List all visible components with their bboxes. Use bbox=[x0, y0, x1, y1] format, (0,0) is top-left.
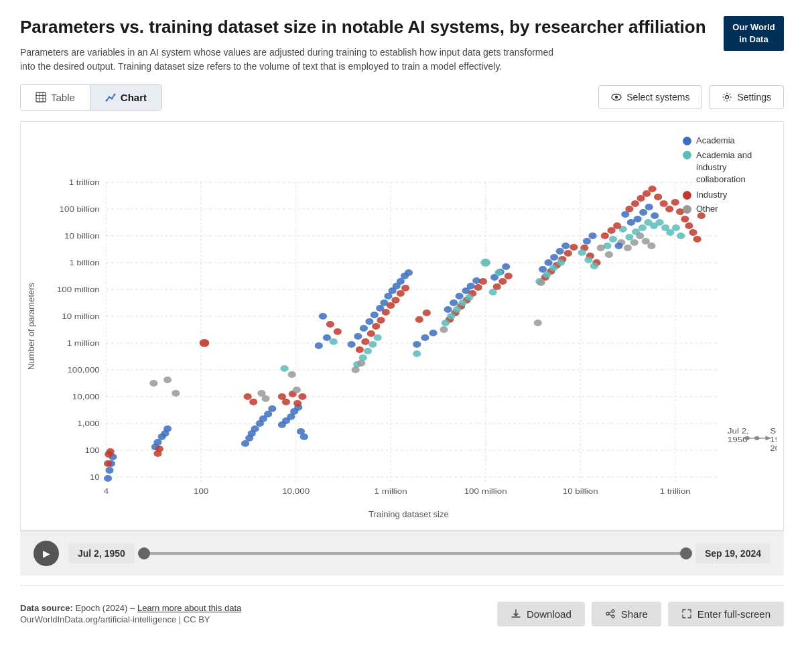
svg-point-62 bbox=[149, 380, 157, 387]
svg-point-235 bbox=[480, 259, 490, 267]
svg-point-115 bbox=[397, 290, 405, 297]
svg-point-206 bbox=[502, 263, 510, 270]
svg-point-234 bbox=[605, 251, 613, 258]
svg-point-172 bbox=[689, 229, 697, 236]
footer-left: Data source: Epoch (2024) – Learn more a… bbox=[20, 603, 241, 624]
svg-text:1,000: 1,000 bbox=[77, 419, 100, 428]
page-title: Parameters vs. training dataset size in … bbox=[20, 16, 724, 39]
svg-point-8 bbox=[113, 94, 115, 96]
svg-point-230 bbox=[613, 222, 621, 229]
download-label: Download bbox=[527, 608, 572, 620]
svg-text:10 billion: 10 billion bbox=[563, 487, 598, 496]
svg-point-166 bbox=[660, 200, 668, 207]
svg-point-116 bbox=[401, 285, 409, 291]
footer-url: OurWorldInData.org/artificial-intelligen… bbox=[20, 614, 241, 624]
svg-point-63 bbox=[163, 377, 172, 383]
table-tab-label: Table bbox=[51, 92, 75, 103]
svg-point-219 bbox=[588, 232, 596, 239]
settings-button[interactable]: Settings bbox=[709, 85, 784, 109]
industry-dot bbox=[683, 191, 691, 200]
legend-academia-industry: Academia and industry collaboration bbox=[683, 149, 770, 186]
timeline-slider[interactable] bbox=[144, 552, 686, 555]
svg-text:100,000: 100,000 bbox=[67, 366, 100, 375]
svg-point-245 bbox=[612, 610, 614, 612]
share-icon bbox=[605, 608, 616, 619]
svg-point-124 bbox=[444, 306, 452, 313]
svg-point-164 bbox=[648, 186, 656, 192]
svg-point-108 bbox=[361, 338, 369, 345]
svg-point-78 bbox=[261, 395, 269, 402]
svg-point-193 bbox=[624, 245, 632, 251]
svg-point-70 bbox=[251, 425, 259, 432]
svg-point-214 bbox=[334, 328, 342, 335]
svg-point-107 bbox=[356, 346, 364, 353]
fullscreen-icon bbox=[681, 608, 692, 619]
svg-point-92 bbox=[287, 371, 295, 378]
svg-point-247 bbox=[612, 615, 614, 618]
table-tab[interactable]: Table bbox=[21, 85, 90, 110]
svg-point-208 bbox=[498, 278, 507, 285]
svg-point-227 bbox=[200, 339, 210, 347]
svg-point-50 bbox=[104, 475, 112, 482]
start-date-badge: Jul 2, 1950 bbox=[68, 543, 135, 563]
download-button[interactable]: Download bbox=[497, 602, 585, 626]
footer: Data source: Epoch (2024) – Learn more a… bbox=[20, 592, 784, 633]
svg-point-51 bbox=[105, 467, 113, 474]
svg-point-145 bbox=[550, 254, 558, 261]
play-icon: ▶ bbox=[43, 548, 50, 559]
fullscreen-button[interactable]: Enter full-screen bbox=[668, 602, 784, 626]
svg-text:100: 100 bbox=[84, 446, 100, 455]
svg-point-218 bbox=[583, 238, 591, 245]
other-label: Other bbox=[696, 204, 718, 214]
slider-thumb-start[interactable] bbox=[138, 547, 150, 559]
chart-tab[interactable]: Chart bbox=[90, 85, 161, 110]
svg-point-187 bbox=[655, 219, 663, 226]
svg-text:100 billion: 100 billion bbox=[59, 205, 100, 214]
svg-point-215 bbox=[315, 342, 323, 349]
learn-more-link[interactable]: Learn more about this data bbox=[137, 603, 241, 613]
select-systems-button[interactable]: Select systems bbox=[598, 85, 702, 109]
share-button[interactable]: Share bbox=[592, 602, 661, 626]
legend-other: Other bbox=[683, 204, 770, 214]
svg-text:19,: 19, bbox=[770, 435, 777, 444]
svg-point-112 bbox=[382, 309, 390, 316]
chart-legend: Academia Academia and industry collabora… bbox=[683, 135, 770, 218]
svg-point-211 bbox=[494, 269, 503, 276]
svg-point-180 bbox=[651, 212, 659, 219]
svg-point-113 bbox=[387, 302, 395, 309]
eye-icon bbox=[611, 92, 622, 103]
svg-point-94 bbox=[348, 341, 356, 348]
svg-point-201 bbox=[415, 316, 423, 323]
svg-text:1 million: 1 million bbox=[375, 487, 407, 496]
end-date-badge: Sep 19, 2024 bbox=[695, 543, 770, 563]
svg-text:1 trillion: 1 trillion bbox=[69, 178, 100, 187]
academia-label: Academia bbox=[696, 135, 735, 145]
svg-point-85 bbox=[300, 433, 308, 440]
data-source: Data source: Epoch (2024) – Learn more a… bbox=[20, 603, 241, 613]
svg-point-123 bbox=[357, 360, 365, 366]
svg-point-165 bbox=[654, 194, 662, 200]
svg-rect-0 bbox=[36, 92, 46, 102]
svg-point-54 bbox=[104, 460, 112, 467]
svg-point-66 bbox=[155, 446, 163, 452]
svg-point-61 bbox=[163, 425, 172, 432]
svg-point-202 bbox=[423, 310, 431, 316]
footer-buttons: Download Share Enter f bbox=[497, 602, 784, 626]
settings-icon bbox=[722, 92, 732, 103]
svg-point-135 bbox=[474, 284, 482, 291]
svg-point-182 bbox=[625, 234, 633, 241]
svg-point-213 bbox=[326, 321, 334, 328]
playback-bar: ▶ Jul 2, 1950 Sep 19, 2024 bbox=[20, 531, 784, 576]
slider-thumb-end[interactable] bbox=[680, 547, 692, 559]
svg-text:10 billion: 10 billion bbox=[64, 232, 100, 241]
select-systems-label: Select systems bbox=[626, 92, 689, 103]
table-icon bbox=[36, 92, 46, 103]
play-button[interactable]: ▶ bbox=[34, 541, 59, 566]
svg-text:1 million: 1 million bbox=[67, 339, 100, 348]
svg-point-98 bbox=[371, 312, 379, 318]
scatter-plot: .grid-line { stroke: #ddd; stroke-width:… bbox=[41, 129, 777, 504]
svg-point-198 bbox=[413, 341, 421, 348]
svg-point-125 bbox=[450, 299, 458, 306]
svg-point-74 bbox=[268, 405, 276, 412]
svg-point-139 bbox=[453, 306, 461, 313]
